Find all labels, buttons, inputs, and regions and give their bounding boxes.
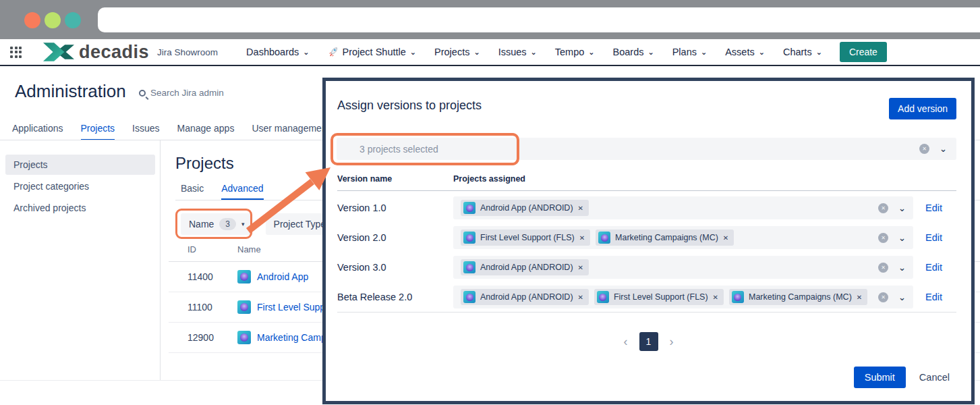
chevron-down-icon[interactable]: ⌄: [898, 234, 906, 242]
window-maximize-icon[interactable]: [65, 12, 81, 28]
select-controls: ✕ ⌄: [878, 233, 906, 243]
nav-item-label: Tempo: [555, 47, 585, 57]
chevron-down-icon[interactable]: ⌄: [898, 293, 906, 302]
project-avatar-icon: [463, 202, 475, 214]
window-close-icon[interactable]: [24, 12, 40, 28]
version-name: Version 2.0: [337, 232, 453, 243]
address-bar[interactable]: [98, 7, 980, 32]
add-version-button[interactable]: Add version: [889, 98, 956, 119]
clear-icon[interactable]: ✕: [878, 233, 888, 243]
edit-link[interactable]: Edit: [925, 292, 956, 302]
clear-icon[interactable]: ✕: [878, 203, 888, 213]
sidebar-item-archived-projects[interactable]: Archived projects: [5, 198, 155, 218]
nav-item-tempo[interactable]: Tempo ⌄: [555, 47, 595, 57]
rocket-icon: [328, 47, 339, 57]
cancel-button[interactable]: Cancel: [919, 372, 950, 383]
project-avatar-icon: [237, 331, 251, 344]
col-header-id: ID: [188, 244, 237, 254]
chevron-down-icon: ⌄: [701, 49, 707, 56]
edit-link[interactable]: Edit: [925, 202, 956, 213]
browser-chrome: [0, 0, 980, 39]
project-name: Android App: [257, 271, 308, 282]
sidebar-divider: [160, 140, 161, 380]
nav-item-project-shuttle[interactable]: Project Shuttle ⌄: [328, 47, 417, 57]
tab-projects[interactable]: Projects: [81, 123, 115, 140]
remove-icon[interactable]: ✕: [723, 234, 728, 242]
nav-item-issues[interactable]: Issues ⌄: [498, 47, 537, 57]
chevron-down-icon: ⌄: [759, 49, 765, 56]
create-button[interactable]: Create: [840, 42, 887, 62]
edit-link[interactable]: Edit: [925, 232, 956, 243]
assigned-projects-select[interactable]: Android App (ANDROID) ✕ ✕ ⌄: [453, 196, 913, 219]
remove-icon[interactable]: ✕: [857, 294, 862, 301]
project-tag-label: First Level Support (FLS): [614, 292, 708, 302]
project-tag: Marketing Campaigns (MC) ✕: [729, 289, 867, 305]
assigned-projects-select[interactable]: Android App (ANDROID) ✕ ✕ ⌄: [453, 256, 913, 279]
page-title: Administration: [15, 81, 126, 102]
app-switcher-icon[interactable]: [10, 47, 22, 58]
tab-issues[interactable]: Issues: [132, 123, 159, 140]
nav-item-projects[interactable]: Projects ⌄: [434, 47, 480, 57]
submit-button[interactable]: Submit: [854, 367, 906, 388]
project-tag: First Level Support (FLS) ✕: [594, 289, 724, 305]
nav-item-label: Projects: [434, 47, 469, 57]
project-id: 11400: [188, 271, 237, 282]
assigned-projects-select[interactable]: Android App (ANDROID) ✕ First Level Supp…: [453, 286, 913, 308]
chevron-down-icon: ⌄: [588, 49, 594, 56]
chevron-down-icon: ⌄: [410, 49, 416, 56]
col-header-projects-assigned: Projects assigned: [453, 174, 525, 184]
assigned-projects-select[interactable]: First Level Support (FLS) ✕ Marketing Ca…: [453, 226, 913, 249]
clear-icon[interactable]: ✕: [919, 144, 929, 154]
version-row: Beta Release 2.0 Android App (ANDROID) ✕…: [337, 282, 956, 312]
select-controls: ✕ ⌄: [878, 263, 906, 273]
admin-tabs: Applications Projects Issues Manage apps…: [12, 123, 330, 140]
admin-search[interactable]: Search Jira admin: [139, 88, 224, 98]
next-page-icon[interactable]: ›: [670, 335, 674, 348]
nav-item-dashboards[interactable]: Dashboards ⌄: [246, 47, 309, 57]
project-avatar-icon: [598, 232, 610, 244]
previous-page-icon[interactable]: ‹: [624, 335, 628, 348]
project-tag: Android App (ANDROID) ✕: [461, 200, 589, 216]
nav-item-charts[interactable]: Charts ⌄: [783, 47, 822, 57]
chevron-down-icon[interactable]: ⌄: [898, 263, 906, 272]
tab-user-management[interactable]: User management: [252, 123, 329, 140]
decadis-logo-mark: [43, 41, 74, 63]
search-icon: [139, 90, 146, 97]
project-tag-label: Android App (ANDROID): [480, 292, 573, 302]
remove-icon[interactable]: ✕: [578, 264, 583, 271]
window-minimize-icon[interactable]: [45, 12, 61, 28]
nav-item-boards[interactable]: Boards ⌄: [613, 47, 654, 57]
version-row: Version 3.0 Android App (ANDROID) ✕ ✕ ⌄ …: [337, 252, 956, 282]
remove-icon[interactable]: ✕: [578, 205, 583, 212]
project-link[interactable]: Android App: [237, 270, 308, 284]
remove-icon[interactable]: ✕: [713, 294, 718, 301]
chevron-down-icon[interactable]: ⌄: [898, 204, 906, 213]
annotation-arrow: [237, 153, 339, 240]
sidebar-item-project-categories[interactable]: Project categories: [5, 176, 155, 196]
app-navbar: decadis Jira Showroom Dashboards ⌄ Proje…: [0, 39, 980, 66]
project-link[interactable]: First Level Support: [237, 300, 337, 314]
project-avatar-icon: [463, 232, 475, 244]
logo-wordmark: decadis: [79, 42, 149, 63]
project-id: 12900: [188, 332, 237, 343]
tab-manage-apps[interactable]: Manage apps: [177, 123, 235, 140]
decadis-logo[interactable]: decadis: [43, 41, 149, 63]
project-avatar-icon: [597, 291, 609, 303]
edit-link[interactable]: Edit: [925, 262, 956, 273]
nav-item-assets[interactable]: Assets ⌄: [725, 47, 765, 57]
current-page-button[interactable]: 1: [639, 332, 658, 351]
select-controls: ✕ ⌄: [878, 203, 906, 213]
remove-icon[interactable]: ✕: [579, 234, 585, 242]
clear-icon[interactable]: ✕: [878, 292, 888, 302]
remove-icon[interactable]: ✕: [578, 294, 583, 301]
subtab-basic[interactable]: Basic: [181, 183, 204, 200]
clear-icon[interactable]: ✕: [878, 263, 888, 273]
chevron-down-icon[interactable]: ⌄: [940, 144, 947, 153]
sidebar-item-projects[interactable]: Projects: [5, 155, 155, 175]
nav-item-plans[interactable]: Plans ⌄: [672, 47, 708, 57]
tab-applications[interactable]: Applications: [12, 123, 63, 140]
project-avatar-icon: [237, 300, 251, 314]
project-tag: Marketing Campaigns (MC) ✕: [596, 230, 734, 246]
project-tag-label: Android App (ANDROID): [480, 203, 573, 213]
versions-table-header: Version name Projects assigned: [337, 174, 956, 191]
